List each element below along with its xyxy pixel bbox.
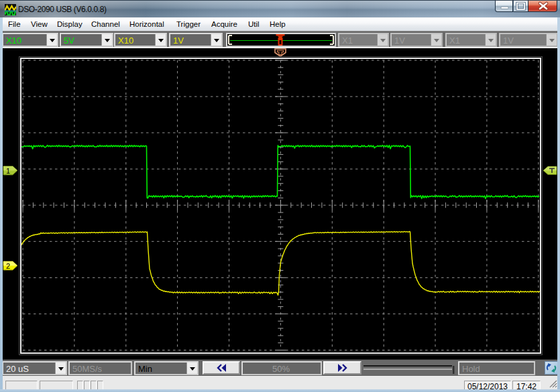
- svg-text:2: 2: [6, 262, 10, 270]
- svg-text:1: 1: [6, 167, 10, 175]
